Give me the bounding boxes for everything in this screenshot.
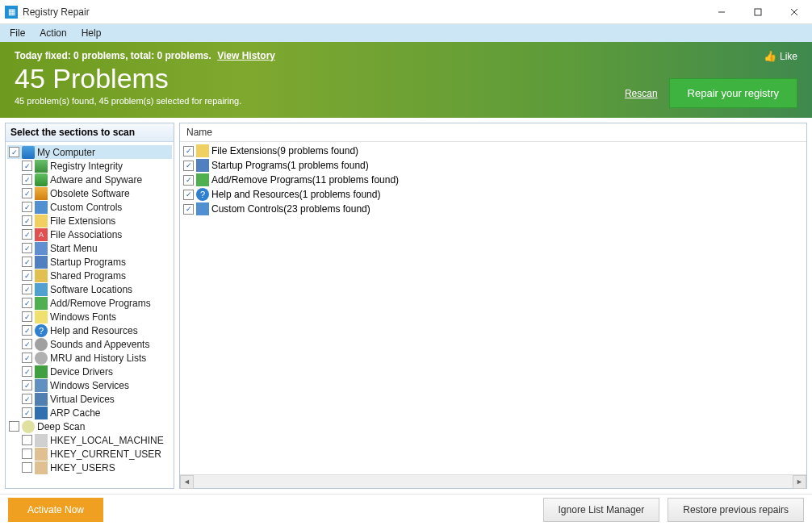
menu-action[interactable]: Action: [33, 26, 73, 40]
tree-item-file-associations[interactable]: AFile Associations: [7, 227, 172, 241]
checkbox[interactable]: [22, 311, 32, 322]
tree-item-drivers[interactable]: Device Drivers: [7, 365, 172, 378]
tree-label: My Computer: [37, 147, 95, 158]
checkbox[interactable]: [22, 215, 32, 226]
checkbox[interactable]: [22, 229, 32, 240]
view-history-link[interactable]: View History: [217, 50, 275, 61]
checkbox[interactable]: [22, 174, 32, 185]
result-item-file-extensions[interactable]: File Extensions(9 problems found): [183, 144, 803, 158]
tree-item-obsolete[interactable]: Obsolete Software: [7, 186, 172, 200]
tree-item-start-menu[interactable]: Start Menu: [7, 241, 172, 255]
tree-label: Virtual Devices: [50, 394, 115, 405]
header-left: Today fixed: 0 problems, total: 0 proble…: [15, 50, 275, 118]
close-button[interactable]: [776, 0, 812, 24]
results-list[interactable]: File Extensions(9 problems found) Startu…: [180, 142, 806, 474]
results-column-header[interactable]: Name: [180, 123, 806, 142]
tree-item-help[interactable]: ?Help and Resources: [7, 323, 172, 337]
checkbox[interactable]: [9, 147, 19, 157]
maximize-button[interactable]: [739, 0, 776, 24]
rescan-link[interactable]: Rescan: [625, 88, 658, 99]
menu-file[interactable]: File: [3, 26, 31, 40]
deepscan-icon: [22, 420, 35, 433]
shield-icon: [35, 173, 48, 186]
checkbox[interactable]: [183, 204, 194, 215]
fonts-icon: [35, 311, 48, 323]
checkbox[interactable]: [22, 325, 32, 336]
checkbox[interactable]: [9, 421, 19, 432]
checkbox[interactable]: [22, 407, 32, 418]
restore-button[interactable]: Restore previous repairs: [668, 498, 804, 522]
checkbox[interactable]: [183, 190, 194, 200]
checkbox[interactable]: [22, 257, 32, 267]
arp-icon: [35, 407, 48, 419]
tree-item-arp[interactable]: ARP Cache: [7, 406, 172, 419]
tree-item-services[interactable]: Windows Services: [7, 378, 172, 392]
tree-item-addremove[interactable]: Add/Remove Programs: [7, 296, 172, 310]
checkbox[interactable]: [22, 188, 32, 198]
tree-item-adware[interactable]: Adware and Spyware: [7, 173, 172, 186]
result-item-help[interactable]: ?Help and Resources(1 problems found): [183, 187, 803, 202]
result-label: Custom Controls(23 problems found): [211, 203, 370, 215]
repair-button[interactable]: Repair your registry: [669, 78, 797, 108]
result-item-custom[interactable]: Custom Controls(23 problems found): [183, 202, 803, 216]
help-icon: ?: [35, 324, 48, 337]
ignore-list-button[interactable]: Ignore List Manager: [543, 498, 660, 522]
checkbox[interactable]: [22, 462, 32, 473]
summary-text: Today fixed: 0 problems, total: 0 proble…: [15, 50, 211, 61]
tree-item-startup[interactable]: Startup Programs: [7, 255, 172, 269]
tree-item-shared[interactable]: Shared Programs: [7, 269, 172, 282]
tree-item-hkcu[interactable]: HKEY_CURRENT_USER: [7, 447, 172, 461]
scroll-left-arrow[interactable]: ◄: [180, 475, 194, 489]
header-right: 👍 Like Rescan Repair your registry: [625, 50, 797, 118]
checkbox[interactable]: [183, 175, 194, 186]
tree-root-mycomputer[interactable]: My Computer: [7, 145, 172, 159]
checkbox[interactable]: [22, 380, 32, 390]
checkbox[interactable]: [22, 394, 32, 404]
like-label: Like: [780, 51, 797, 62]
like-button[interactable]: 👍 Like: [764, 50, 797, 62]
tree-item-hklm[interactable]: HKEY_LOCAL_MACHINE: [7, 433, 172, 447]
tree-item-file-extensions[interactable]: File Extensions: [7, 214, 172, 227]
checkbox[interactable]: [22, 243, 32, 253]
horizontal-scrollbar[interactable]: ◄ ►: [180, 474, 806, 488]
checkbox[interactable]: [22, 339, 32, 349]
tree-item-fonts[interactable]: Windows Fonts: [7, 310, 172, 323]
tree[interactable]: My Computer Registry Integrity Adware an…: [6, 142, 174, 488]
tree-item-software-locations[interactable]: Software Locations: [7, 282, 172, 296]
checkbox[interactable]: [22, 298, 32, 308]
checkbox[interactable]: [22, 161, 32, 171]
thumb-icon: 👍: [764, 50, 776, 62]
tree-label: Custom Controls: [50, 202, 122, 213]
window-controls: [703, 0, 812, 24]
checkbox[interactable]: [22, 366, 32, 377]
checkbox[interactable]: [22, 353, 32, 363]
checkbox[interactable]: [22, 449, 32, 459]
virtual-icon: [35, 393, 48, 406]
menu-help[interactable]: Help: [75, 26, 108, 40]
tree-item-custom-controls[interactable]: Custom Controls: [7, 200, 172, 214]
addremove-icon: [35, 297, 48, 310]
addremove-icon: [196, 173, 209, 186]
tree-item-mru[interactable]: MRU and History Lists: [7, 351, 172, 365]
tree-deep-scan[interactable]: Deep Scan: [7, 419, 172, 433]
checkbox[interactable]: [183, 146, 194, 156]
problems-subtitle: 45 problem(s) found, 45 problem(s) selec…: [15, 96, 275, 106]
tree-label: Start Menu: [50, 243, 98, 254]
sidebar-header: Select the sections to scan: [6, 123, 174, 142]
checkbox[interactable]: [22, 284, 32, 294]
tree-item-hku[interactable]: HKEY_USERS: [7, 461, 172, 474]
result-item-addremove[interactable]: Add/Remove Programs(11 problems found): [183, 173, 803, 187]
checkbox[interactable]: [22, 270, 32, 281]
result-item-startup[interactable]: Startup Programs(1 problems found): [183, 158, 803, 173]
tree-item-registry-integrity[interactable]: Registry Integrity: [7, 159, 172, 173]
checkbox[interactable]: [22, 435, 32, 445]
tree-item-sounds[interactable]: Sounds and Appevents: [7, 337, 172, 351]
activate-button[interactable]: Activate Now: [8, 498, 103, 522]
scroll-right-arrow[interactable]: ►: [793, 475, 806, 489]
minimize-button[interactable]: [703, 0, 739, 24]
tree-item-virtual[interactable]: Virtual Devices: [7, 392, 172, 406]
checkbox[interactable]: [22, 202, 32, 212]
tree-label: Software Locations: [50, 284, 132, 295]
hkey-icon: [35, 448, 48, 461]
checkbox[interactable]: [183, 161, 194, 171]
